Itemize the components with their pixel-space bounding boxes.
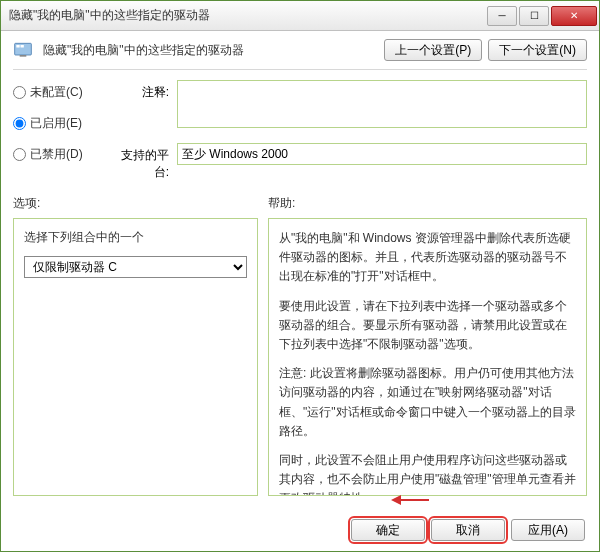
help-p4: 同时，此设置不会阻止用户使用程序访问这些驱动器或其内容，也不会防止用户使用"磁盘… <box>279 451 576 496</box>
window-controls: ─ ☐ ✕ <box>487 6 597 26</box>
radio-unconfigured-label: 未配置(C) <box>30 84 83 101</box>
config-row: 未配置(C) 已启用(E) 已禁用(D) 注释: 支持的平台: <box>13 80 587 181</box>
help-p2: 要使用此设置，请在下拉列表中选择一个驱动器或多个驱动器的组合。要显示所有驱动器，… <box>279 297 576 355</box>
comment-input[interactable] <box>177 80 587 128</box>
svg-rect-1 <box>16 45 19 48</box>
radio-group: 未配置(C) 已启用(E) 已禁用(D) <box>13 80 93 181</box>
options-label: 选项: <box>13 195 268 212</box>
help-p1: 从"我的电脑"和 Windows 资源管理器中删除代表所选硬件驱动器的图标。并且… <box>279 229 576 287</box>
next-setting-button[interactable]: 下一个设置(N) <box>488 39 587 61</box>
radio-enabled[interactable]: 已启用(E) <box>13 115 93 132</box>
close-button[interactable]: ✕ <box>551 6 597 26</box>
options-panel: 选择下列组合中的一个 仅限制驱动器 C <box>13 218 258 496</box>
comment-row: 注释: <box>109 80 587 131</box>
radio-disabled[interactable]: 已禁用(D) <box>13 146 93 163</box>
radio-disabled-label: 已禁用(D) <box>30 146 83 163</box>
divider <box>13 69 587 70</box>
apply-button[interactable]: 应用(A) <box>511 519 585 541</box>
platform-row: 支持的平台: <box>109 143 587 181</box>
platform-value <box>177 143 587 165</box>
radio-enabled-input[interactable] <box>13 117 26 130</box>
cancel-button[interactable]: 取消 <box>431 519 505 541</box>
svg-rect-2 <box>21 45 24 48</box>
platform-label: 支持的平台: <box>109 143 169 181</box>
section-labels: 选项: 帮助: <box>13 195 587 212</box>
footer-buttons: 确定 取消 应用(A) <box>351 519 585 541</box>
header-row: 隐藏"我的电脑"中的这些指定的驱动器 上一个设置(P) 下一个设置(N) <box>13 39 587 61</box>
radio-enabled-label: 已启用(E) <box>30 115 82 132</box>
radio-disabled-input[interactable] <box>13 148 26 161</box>
ok-button[interactable]: 确定 <box>351 519 425 541</box>
radio-unconfigured[interactable]: 未配置(C) <box>13 84 93 101</box>
svg-rect-3 <box>20 55 27 57</box>
comment-label: 注释: <box>109 80 169 101</box>
titlebar: 隐藏"我的电脑"中的这些指定的驱动器 ─ ☐ ✕ <box>1 1 599 31</box>
main-split: 选择下列组合中的一个 仅限制驱动器 C 从"我的电脑"和 Windows 资源管… <box>13 218 587 496</box>
help-panel[interactable]: 从"我的电脑"和 Windows 资源管理器中删除代表所选硬件驱动器的图标。并且… <box>268 218 587 496</box>
client-area: 隐藏"我的电脑"中的这些指定的驱动器 上一个设置(P) 下一个设置(N) 未配置… <box>1 31 599 504</box>
prev-setting-button[interactable]: 上一个设置(P) <box>384 39 482 61</box>
page-title: 隐藏"我的电脑"中的这些指定的驱动器 <box>43 42 374 59</box>
drive-combo[interactable]: 仅限制驱动器 C <box>24 256 247 278</box>
maximize-button[interactable]: ☐ <box>519 6 549 26</box>
minimize-button[interactable]: ─ <box>487 6 517 26</box>
radio-unconfigured-input[interactable] <box>13 86 26 99</box>
fields-col: 注释: 支持的平台: <box>109 80 587 181</box>
policy-icon <box>13 40 33 60</box>
window-title: 隐藏"我的电脑"中的这些指定的驱动器 <box>9 7 487 24</box>
options-panel-label: 选择下列组合中的一个 <box>24 229 247 246</box>
nav-buttons: 上一个设置(P) 下一个设置(N) <box>384 39 587 61</box>
help-label: 帮助: <box>268 195 295 212</box>
help-p3: 注意: 此设置将删除驱动器图标。用户仍可使用其他方法访问驱动器的内容，如通过在"… <box>279 364 576 441</box>
